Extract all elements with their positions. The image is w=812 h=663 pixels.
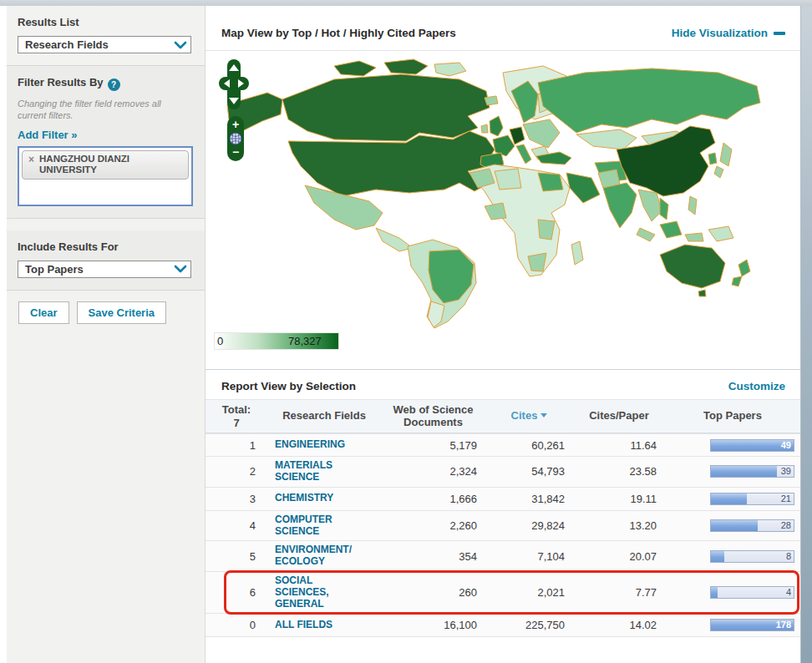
row-top-papers-bar-cell: 49 [665,439,800,452]
filter-box[interactable]: × HANGZHOU DIANZI UNIVERSITY [18,146,193,206]
column-total: Total: 7 [206,403,267,429]
filter-tag-label: HANGZHOU DIANZI UNIVERSITY [39,154,173,175]
report-table: Total: 7 Research Fields Web of Science … [206,400,800,637]
column-cites-sorted[interactable]: Cites [485,410,573,423]
filter-heading-label: Filter Results By [18,76,104,89]
world-map[interactable] [209,56,769,332]
column-top-papers[interactable]: Top Papers [665,410,800,423]
top-papers-value: 4 [786,587,791,598]
row-rank: 4 [206,519,267,532]
sort-descending-icon [540,413,547,418]
top-papers-value: 28 [781,520,791,531]
column-research-fields[interactable]: Research Fields [267,410,381,423]
hide-visualization-link[interactable]: Hide Visualization [672,27,785,39]
row-field-link[interactable]: ALL FIELDS [267,620,381,631]
row-field-link[interactable]: MATERIALS SCIENCE [267,460,381,483]
row-field-label: COMPUTER SCIENCE [275,514,355,538]
include-results-heading: Include Results For [18,240,190,253]
row-top-papers-bar-cell: 28 [665,519,800,532]
row-cites-per-paper: 19.11 [573,493,665,505]
results-list-heading: Results List [18,16,190,28]
top-papers-value: 49 [781,440,791,451]
top-papers-bar: 39 [710,465,794,478]
top-papers-bar: 21 [710,493,794,505]
chevron-down-icon [174,264,187,274]
row-field-label: CHEMISTRY [275,493,333,504]
row-field-link[interactable]: ENVIRONMENT/ECOLOGY [267,544,381,568]
include-results-dropdown[interactable]: Top Papers [18,261,191,278]
cites-label: Cites [511,409,538,422]
table-body: 1 ENGINEERING 5,179 60,261 11.64 49 2 MA… [206,433,800,637]
top-papers-bar: 178 [710,619,794,631]
column-wos-documents[interactable]: Web of Science Documents [381,404,485,429]
table-header-row: Total: 7 Research Fields Web of Science … [206,400,800,433]
map-visualization: + − 0 78,327 [206,51,800,369]
customize-link[interactable]: Customize [728,380,785,392]
top-papers-value: 21 [781,493,791,504]
table-row[interactable]: 0 ALL FIELDS 16,100 225,750 14.02 178 [206,614,800,637]
row-cites-per-paper: 13.20 [573,519,665,532]
clear-button[interactable]: Clear [18,301,69,324]
row-rank: 6 [206,586,267,599]
row-cites: 31,842 [485,493,573,505]
add-filter-link[interactable]: Add Filter » [18,129,78,141]
filter-tag[interactable]: × HANGZHOU DIANZI UNIVERSITY [22,150,189,180]
total-label: Total: [206,403,267,417]
include-results-dropdown-value: Top Papers [25,263,84,276]
filter-section: Filter Results By? Changing the filter f… [7,65,205,219]
row-top-papers-bar-cell: 21 [665,493,800,505]
row-field-label: ENGINEERING [275,439,345,451]
row-rank: 5 [206,550,267,563]
table-row[interactable]: 4 COMPUTER SCIENCE 2,260 29,824 13.20 28 [206,511,800,542]
row-cites: 7,104 [485,550,573,563]
row-docs: 1,666 [381,493,485,505]
row-docs: 2,260 [381,519,485,532]
row-docs: 2,324 [381,465,485,478]
table-row[interactable]: 1 ENGINEERING 5,179 60,261 11.64 49 [206,433,800,457]
row-field-link[interactable]: ENGINEERING [267,439,381,451]
row-rank: 2 [206,465,267,478]
table-row[interactable]: 2 MATERIALS SCIENCE 2,324 54,793 23.58 3… [206,457,800,488]
map-color-legend: 0 78,327 [214,332,339,350]
top-papers-value: 39 [781,466,791,477]
row-field-link[interactable]: COMPUTER SCIENCE [267,514,381,538]
row-rank: 3 [206,493,267,505]
row-docs: 354 [381,550,485,563]
table-row[interactable]: 3 CHEMISTRY 1,666 31,842 19.11 21 [206,488,800,511]
filter-heading: Filter Results By? [18,76,190,91]
vertical-scrollbar[interactable] [800,6,812,663]
top-papers-bar-fill [711,587,718,598]
row-cites-per-paper: 20.07 [573,550,665,563]
map-view-title: Map View by Top / Hot / Highly Cited Pap… [221,27,456,39]
results-list-section: Results List Research Fields [7,6,205,65]
row-field-link[interactable]: SOCIAL SCIENCES, GENERAL [267,575,381,610]
results-list-dropdown-value: Research Fields [25,38,109,51]
help-icon[interactable]: ? [108,78,120,91]
row-cites-per-paper: 11.64 [573,439,665,452]
map-zoom-control[interactable]: + − [227,116,244,161]
table-row[interactable]: 5 ENVIRONMENT/ECOLOGY 354 7,104 20.07 8 [206,541,800,572]
top-papers-bar-fill [711,466,777,477]
top-papers-bar-fill [711,551,724,562]
chevron-down-icon [174,40,187,50]
table-row[interactable]: 6 SOCIAL SCIENCES, GENERAL 260 2,021 7.7… [206,572,800,614]
main-panel: Map View by Top / Hot / Highly Cited Pap… [206,6,800,663]
top-papers-bar: 28 [710,519,794,532]
row-rank: 1 [206,439,267,452]
top-page-strip [0,0,812,6]
row-cites: 60,261 [485,439,573,452]
row-cites-per-paper: 23.58 [573,465,665,478]
results-list-dropdown[interactable]: Research Fields [18,36,191,53]
row-cites-per-paper: 7.77 [573,586,665,599]
row-field-label: ALL FIELDS [275,620,332,631]
report-view-title: Report View by Selection [221,380,356,392]
map-pan-control[interactable] [219,59,249,109]
column-cites-per-paper[interactable]: Cites/Paper [573,410,665,423]
remove-filter-icon[interactable]: × [28,154,34,165]
row-field-label: SOCIAL SCIENCES, GENERAL [275,575,355,610]
save-criteria-button[interactable]: Save Criteria [77,301,167,324]
row-cites: 225,750 [485,619,573,631]
row-field-link[interactable]: CHEMISTRY [267,493,381,504]
sidebar: Results List Research Fields Filter Resu… [7,6,206,663]
top-papers-bar: 49 [710,439,794,452]
